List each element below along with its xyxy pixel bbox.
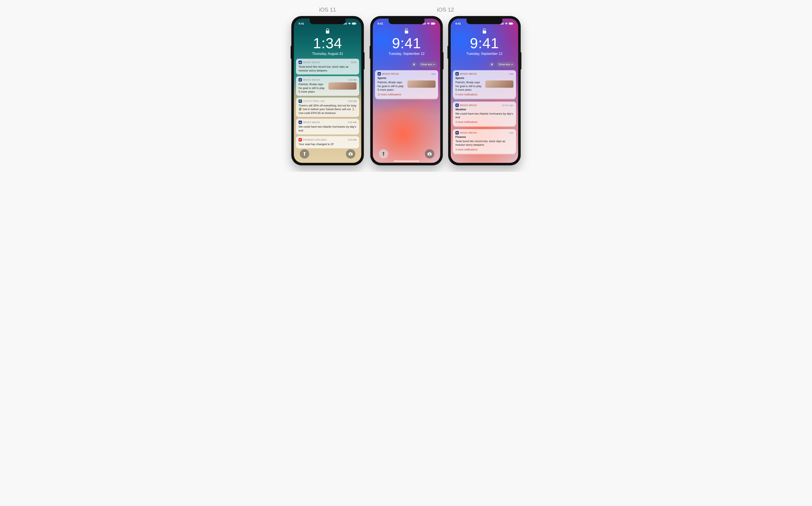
show-less-button[interactable]: Show less — [419, 62, 437, 67]
app-name: MIXED MEDIA — [303, 121, 320, 123]
notification-more: 13 more notifications — [377, 93, 436, 96]
lockscreen[interactable]: 9:41 9:41 Tuesday, September 12 Show les… — [373, 18, 440, 163]
notch — [389, 18, 425, 24]
lockscreen-time: 1:34 — [294, 35, 361, 52]
app-name: MIXED MEDIA — [460, 73, 477, 75]
notification-time: now — [509, 73, 514, 75]
unlock-icon — [482, 28, 486, 34]
lockscreen-time: 9:41 — [451, 35, 518, 52]
svg-rect-10 — [350, 152, 352, 153]
wifi-icon — [427, 22, 430, 25]
notification-time: 8:30 AM — [348, 139, 357, 141]
collapse-button[interactable] — [489, 62, 495, 67]
notification-card[interactable]: mMIXED MEDIA9:45 AM We could have two At… — [296, 119, 359, 135]
status-time: 9:41 — [455, 22, 461, 25]
notification-title: Finance — [455, 135, 514, 139]
notification-time: 9:30 AM — [348, 100, 357, 102]
svg-rect-12 — [423, 23, 424, 24]
notification-body: Tesla bond hits record low, stock slips … — [455, 139, 514, 147]
notification-stack[interactable]: mMIXED MEDIAnow Sports Patriots; Brady s… — [375, 70, 438, 98]
chevron-up-icon — [433, 64, 435, 65]
svg-rect-11 — [423, 24, 423, 24]
lockscreen[interactable]: 9:41 9:41 Tuesday, September 12 Show les… — [451, 18, 518, 163]
notification-card[interactable]: PPIONEER AIRLINES8:30 AM Your seat has c… — [296, 136, 359, 148]
svg-rect-21 — [429, 152, 431, 153]
svg-point-9 — [350, 154, 351, 155]
flashlight-icon — [382, 152, 385, 156]
svg-rect-7 — [326, 30, 329, 33]
svg-point-20 — [429, 154, 430, 155]
svg-rect-29 — [483, 30, 486, 33]
lockscreen[interactable]: 9:41 1:34 Thursday, August 31 mMIXED MED… — [294, 18, 361, 163]
notification-body: Tesla bond hits record low, stock slips … — [298, 65, 357, 72]
lockscreen-dock — [294, 149, 361, 159]
notification-stack[interactable]: mMIXED MEDIAnow Finance Tesla bond hits … — [453, 129, 516, 153]
app-icon: m — [298, 120, 302, 124]
svg-rect-5 — [352, 23, 356, 24]
notification-card[interactable]: mMIXED MEDIANOW Tesla bond hits record l… — [296, 59, 359, 75]
chevron-up-icon — [511, 64, 513, 65]
group-controls: Show less — [376, 62, 437, 67]
phone-ios11: 9:41 1:34 Thursday, August 31 mMIXED MED… — [291, 16, 364, 165]
notification-body: There's still 30% off everything, but no… — [298, 104, 357, 115]
ios11-group: iOS 11 9:41 1:34 Thursday, August 31 mMI… — [291, 6, 364, 165]
camera-button[interactable] — [425, 149, 434, 159]
svg-rect-25 — [503, 23, 504, 24]
battery-icon — [352, 22, 357, 25]
camera-button[interactable] — [346, 149, 355, 159]
notification-time: 9:45 AM — [348, 121, 357, 123]
close-icon — [413, 63, 415, 66]
notification-card[interactable]: mMIXED MEDIA9:20 AM Patriots; Brady says… — [296, 76, 359, 96]
notch — [310, 18, 346, 24]
lockscreen-dock — [373, 149, 440, 159]
status-time: 9:41 — [298, 22, 304, 25]
svg-rect-23 — [501, 23, 502, 24]
notification-time: now — [431, 73, 436, 75]
phone-ios12-a: 9:41 9:41 Tuesday, September 12 Show les… — [370, 16, 443, 165]
notification-list[interactable]: mMIXED MEDIANOW Tesla bond hits record l… — [296, 59, 359, 148]
notification-body: Your seat has changed to 2F — [298, 142, 357, 146]
notification-list[interactable]: mMIXED MEDIAnow Sports Patriots; Brady s… — [375, 70, 438, 100]
svg-rect-18 — [405, 30, 408, 33]
notification-title: Sports — [455, 76, 514, 80]
notification-thumbnail — [329, 82, 357, 90]
app-name: MIXED MEDIA — [303, 79, 320, 81]
app-icon: m — [455, 72, 459, 76]
collapse-button[interactable] — [411, 62, 417, 67]
lock-icon — [326, 28, 330, 34]
app-icon: m — [298, 61, 302, 64]
battery-icon — [431, 22, 436, 25]
app-name: MIXED MIEDA — [460, 104, 477, 106]
camera-icon — [428, 152, 432, 156]
notification-stack[interactable]: mMIXED MEDIAnow Sports Patriots; Brady s… — [453, 70, 516, 98]
svg-rect-28 — [513, 23, 514, 24]
wifi-icon — [348, 22, 351, 25]
flashlight-button[interactable] — [379, 149, 388, 159]
notification-more: 5 more notifications — [455, 93, 514, 96]
show-less-button[interactable]: Show less — [497, 62, 515, 67]
lockscreen-date: Tuesday, September 12 — [373, 52, 440, 56]
svg-rect-14 — [425, 23, 426, 24]
svg-rect-2 — [345, 23, 346, 24]
notification-body: We could have two Atlantic hurricanes by… — [455, 112, 514, 119]
notification-card[interactable]: OOUTFITTERS, INC9:30 AM There's still 30… — [296, 97, 359, 117]
notification-title: Weather — [455, 108, 514, 111]
notification-thumbnail — [408, 80, 436, 88]
app-icon: m — [377, 72, 381, 76]
home-indicator[interactable] — [394, 161, 419, 162]
flashlight-button[interactable] — [300, 149, 309, 159]
lockscreen-date: Thursday, August 31 — [294, 52, 361, 56]
ios11-label: iOS 11 — [319, 6, 336, 13]
wifi-icon — [505, 22, 508, 25]
notch — [466, 18, 502, 24]
close-icon — [491, 63, 493, 66]
svg-rect-22 — [501, 24, 501, 24]
svg-rect-0 — [344, 24, 344, 24]
notification-time: 10 min ago — [502, 104, 514, 106]
app-name: MIXED MEDIA — [460, 132, 477, 134]
ios12-label: iOS 12 — [437, 6, 454, 13]
notification-list[interactable]: mMIXED MEDIAnow Sports Patriots; Brady s… — [453, 70, 516, 155]
svg-rect-13 — [424, 23, 425, 24]
notification-time: 9:20 AM — [348, 79, 357, 81]
notification-stack[interactable]: mMIXED MIEDA10 min ago Weather We could … — [453, 102, 516, 126]
